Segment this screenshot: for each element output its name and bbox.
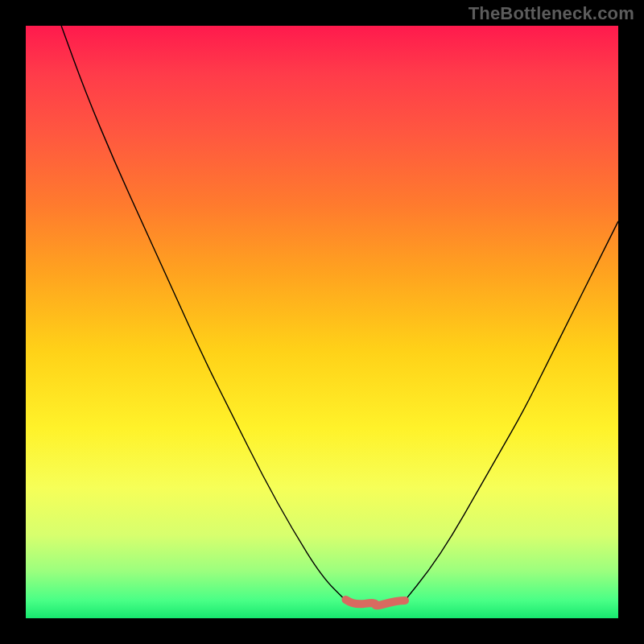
curve-svg [26,26,618,618]
curve-left-branch [61,26,345,601]
chart-frame: TheBottleneck.com [0,0,644,644]
min-band [345,600,405,605]
curve-right-branch [405,221,618,601]
watermark-text: TheBottleneck.com [469,3,634,24]
plot-area [26,26,618,618]
